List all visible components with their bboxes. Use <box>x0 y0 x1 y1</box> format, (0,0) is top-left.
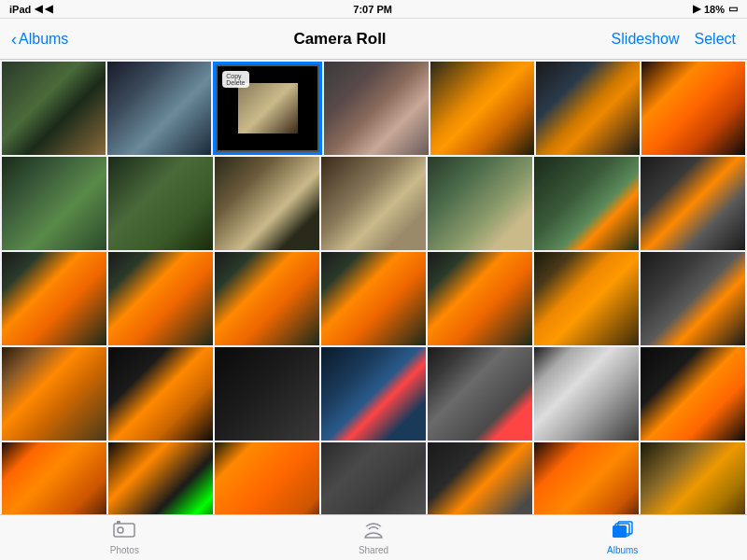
photo-thumb-13[interactable] <box>534 157 639 250</box>
page-title: Camera Roll <box>293 30 386 49</box>
photo-thumb-28[interactable] <box>641 347 745 441</box>
svg-point-2 <box>118 527 123 533</box>
menu-item[interactable]: Copy <box>226 73 245 79</box>
albums-icon <box>612 521 634 543</box>
photo-thumb-5[interactable] <box>430 62 534 155</box>
photo-thumb-20[interactable] <box>534 252 639 345</box>
grid-row: Copy Delete <box>2 62 745 155</box>
photo-thumb-25[interactable] <box>321 347 426 441</box>
slideshow-button[interactable]: Slideshow <box>612 31 680 48</box>
photo-thumb-7[interactable] <box>641 62 745 155</box>
photo-thumb-6[interactable] <box>536 62 640 155</box>
photo-thumb-17[interactable] <box>215 252 319 345</box>
photo-thumb-18[interactable] <box>321 252 426 345</box>
photo-thumb-8[interactable] <box>2 157 106 250</box>
photo-thumb-34[interactable] <box>534 442 639 514</box>
tab-photos[interactable]: Photos <box>0 515 249 560</box>
photo-thumb-10[interactable] <box>215 157 319 250</box>
menu-item[interactable]: Delete <box>226 79 245 86</box>
photo-thumb-2[interactable] <box>107 62 211 155</box>
tab-albums[interactable]: Albums <box>498 515 747 560</box>
battery-level: 18% <box>704 4 725 15</box>
back-label: Albums <box>19 31 68 48</box>
back-chevron-icon: ‹ <box>11 31 17 48</box>
nav-actions: Slideshow Select <box>612 31 736 48</box>
photo-thumb-32[interactable] <box>321 442 426 514</box>
photo-thumb-29[interactable] <box>2 442 106 514</box>
signal-icon: ▶ <box>693 3 700 15</box>
tab-photos-label: Photos <box>110 545 139 555</box>
photo-thumb-4[interactable] <box>324 62 428 155</box>
battery-icon: ▭ <box>728 3 738 15</box>
status-right: ▶ 18% ▭ <box>693 3 738 15</box>
photo-thumb-19[interactable] <box>428 252 532 345</box>
tab-bar: Photos Shared Albums <box>0 514 747 560</box>
photo-thumb-33[interactable] <box>428 442 532 514</box>
photo-thumb-1[interactable] <box>2 62 106 155</box>
photo-thumb-31[interactable] <box>215 442 319 514</box>
photo-thumb-24[interactable] <box>215 347 319 441</box>
grid-row <box>2 157 745 250</box>
device-label: iPad <box>9 4 31 15</box>
grid-row <box>2 347 745 441</box>
shared-icon <box>362 521 385 543</box>
photo-thumb-12[interactable] <box>428 157 532 250</box>
photo-thumb-22[interactable] <box>2 347 106 441</box>
photo-thumb-11[interactable] <box>321 157 426 250</box>
tab-shared-label: Shared <box>359 545 388 555</box>
grid-row <box>2 252 745 345</box>
photo-thumb-26[interactable] <box>428 347 532 441</box>
photo-thumb-14[interactable] <box>641 157 745 250</box>
photo-grid: Copy Delete <box>0 60 747 514</box>
status-time: 7:07 PM <box>353 4 392 15</box>
photo-thumb-30[interactable] <box>108 442 213 514</box>
back-button[interactable]: ‹ Albums <box>11 31 68 48</box>
photo-thumb-35[interactable] <box>641 442 745 514</box>
wifi-icon: ◀ ◀ <box>35 3 52 15</box>
nav-bar: ‹ Albums Camera Roll Slideshow Select <box>0 19 747 60</box>
photo-thumb-23[interactable] <box>108 347 213 441</box>
photo-thumb-15[interactable] <box>2 252 106 345</box>
photo-thumb-9[interactable] <box>108 157 213 250</box>
photo-thumb-3[interactable]: Copy Delete <box>213 62 322 155</box>
photo-thumb-27[interactable] <box>534 347 639 441</box>
grid-row <box>2 442 745 514</box>
tab-shared[interactable]: Shared <box>249 515 499 560</box>
select-button[interactable]: Select <box>695 31 736 48</box>
status-bar: iPad ◀ ◀ 7:07 PM ▶ 18% ▭ <box>0 0 747 19</box>
photo-thumb-16[interactable] <box>108 252 213 345</box>
status-left: iPad ◀ ◀ <box>9 3 52 15</box>
svg-rect-1 <box>117 521 120 524</box>
photo-thumb-21[interactable] <box>641 252 745 345</box>
context-menu: Copy Delete <box>222 71 248 88</box>
tab-albums-label: Albums <box>607 545 638 555</box>
photos-icon <box>113 521 135 543</box>
